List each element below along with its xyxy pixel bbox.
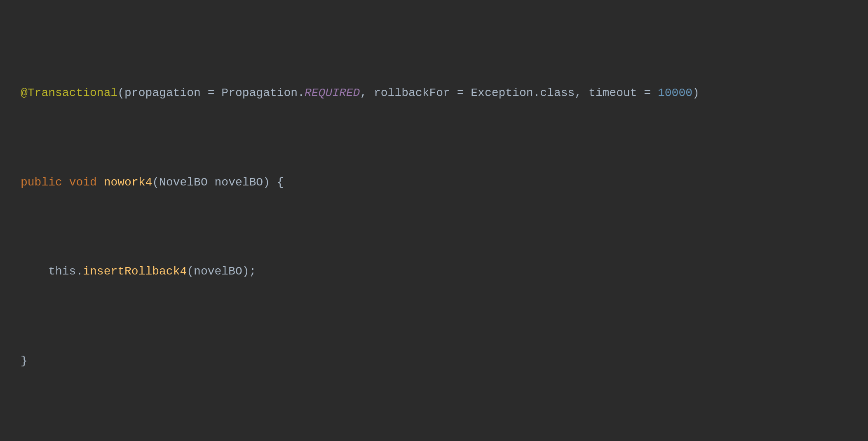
code-editor: @Transactional(propagation = Propagation… — [0, 0, 868, 441]
annotation-1: @Transactional — [21, 87, 117, 99]
code-line-2: public void nowork4(NovelBO novelBO) { — [21, 174, 847, 191]
code-line-4: } — [21, 352, 847, 370]
code-line-3: this.insertRollback4(novelBO); — [21, 263, 847, 280]
code-line-1: @Transactional(propagation = Propagation… — [21, 84, 847, 102]
